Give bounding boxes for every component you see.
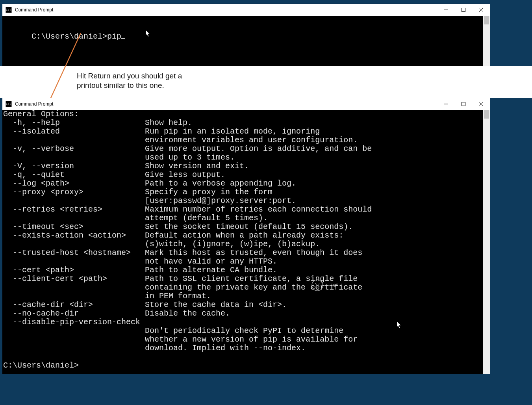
scrollbar-top[interactable] xyxy=(483,16,490,66)
option-row: --client-cert <path> Path to SSL client … xyxy=(3,274,358,283)
svg-rect-1 xyxy=(462,8,465,12)
option-row: (s)witch, (i)gnore, (w)ipe, (b)ackup. xyxy=(3,240,320,249)
option-row: --cert <path> Path to alternate CA bundl… xyxy=(3,266,277,275)
scrollbar-bottom[interactable] xyxy=(483,110,490,374)
window-title-top: Command Prompt xyxy=(15,7,53,13)
prompt-top: C:\Users\daniel> xyxy=(32,32,107,41)
maximize-button[interactable] xyxy=(454,98,472,110)
option-row: --isolated Run pip in an isolated mode, … xyxy=(3,127,320,136)
option-row: attempt (default 5 times). xyxy=(3,214,268,223)
text-cursor xyxy=(121,38,125,39)
titlebar-top[interactable]: C:\ Command Prompt xyxy=(2,4,490,16)
option-row: containing the private key and the certi… xyxy=(3,283,362,292)
instruction-band: Hit Return and you should get a printout… xyxy=(0,66,532,98)
option-row: not have valid or any HTTPS. xyxy=(3,257,277,266)
close-button[interactable] xyxy=(472,4,490,16)
terminal-top[interactable]: C:\Users\daniel>pip xyxy=(2,16,490,66)
titlebar-bottom[interactable]: C:\ Command Prompt xyxy=(2,98,490,110)
command-top: pip xyxy=(107,32,121,41)
cmd-window-top: C:\ Command Prompt C:\Users\daniel>pip xyxy=(2,4,490,66)
option-row: --trusted-host <hostname> Mark this host… xyxy=(3,248,362,257)
cmd-window-bottom: C:\ Command Prompt General Options: -h, … xyxy=(2,98,490,374)
maximize-button[interactable] xyxy=(454,4,472,16)
option-row: --proxy <proxy> Specify a proxy in the f… xyxy=(3,188,272,197)
close-button[interactable] xyxy=(472,98,490,110)
option-row: in PEM format. xyxy=(3,292,211,301)
option-row: --log <path> Path to a verbose appending… xyxy=(3,179,296,188)
option-row: --retries <retries> Maximum number of re… xyxy=(3,205,372,214)
option-row: used up to 3 times. xyxy=(3,153,235,162)
option-row: [user:passwd@]proxy.server:port. xyxy=(3,196,296,205)
scrollbar-thumb-top[interactable] xyxy=(484,16,489,24)
option-row: -h, --help Show help. xyxy=(3,118,192,127)
option-row: -v, --verbose Give more output. Option i… xyxy=(3,144,372,153)
option-row: -V, --version Show version and exit. xyxy=(3,162,249,171)
option-row: whether a new version of pip is availabl… xyxy=(3,335,358,344)
cmd-icon: C:\ xyxy=(6,7,12,13)
svg-rect-8 xyxy=(462,102,465,106)
scrollbar-thumb-bottom[interactable] xyxy=(484,110,489,119)
option-row: -q, --quiet Give less output. xyxy=(3,170,225,179)
minimize-button[interactable] xyxy=(437,98,454,110)
instruction-text: Hit Return and you should get a printout… xyxy=(77,71,182,90)
option-row: --disable-pip-version-check xyxy=(3,318,145,327)
option-row: --cache-dir <dir> Store the cache data i… xyxy=(3,300,287,309)
option-row: --timeout <sec> Set the socket timeout (… xyxy=(3,222,353,231)
terminal-bottom[interactable]: General Options: -h, --help Show help. -… xyxy=(2,110,490,374)
option-row: --exists-action <action> Default action … xyxy=(3,231,343,240)
option-row: download. Implied with --no-index. xyxy=(3,344,306,353)
prompt-bottom: C:\Users\daniel> xyxy=(3,361,79,370)
option-row: --no-cache-dir Disable the cache. xyxy=(3,309,230,318)
options-header: General Options: xyxy=(3,110,79,119)
window-title-bottom: Command Prompt xyxy=(15,101,53,107)
cmd-icon: C:\ xyxy=(6,101,12,107)
option-row: Don't periodically check PyPI to determi… xyxy=(3,326,343,335)
option-row: environment variables and user configura… xyxy=(3,136,358,145)
minimize-button[interactable] xyxy=(437,4,454,16)
